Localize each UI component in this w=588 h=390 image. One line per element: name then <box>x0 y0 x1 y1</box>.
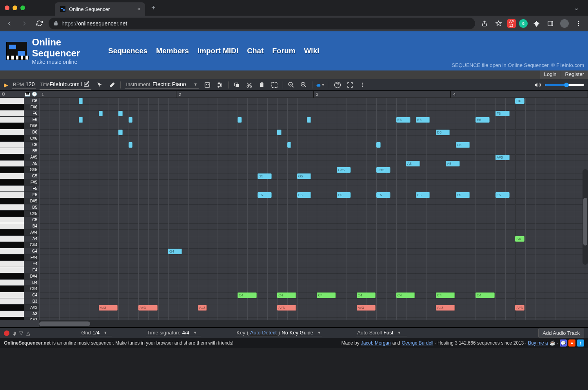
paste-icon[interactable] <box>258 81 266 89</box>
note-grid[interactable]: G5G5E5E5G#5E5G#5E5E6E6A5E5D6C6A5E5E6F6A#… <box>39 98 588 320</box>
extension-badge-2[interactable]: G <box>519 19 528 28</box>
piano-key[interactable]: B4 <box>0 223 39 229</box>
note[interactable]: E6 <box>416 117 430 123</box>
note[interactable]: G#5 <box>337 167 351 173</box>
mac-min-dot[interactable] <box>13 5 17 10</box>
note[interactable]: C4 <box>475 292 495 298</box>
nav-sequences[interactable]: Sequences <box>108 47 147 55</box>
note[interactable]: C4 <box>238 292 257 298</box>
note[interactable]: A5 <box>446 161 460 166</box>
note[interactable]: A#5 <box>495 155 510 160</box>
note[interactable] <box>129 117 133 123</box>
piano-key[interactable]: G5 <box>0 173 39 179</box>
more-icon[interactable] <box>358 81 367 89</box>
cloud-save-icon[interactable]: ▼ <box>316 81 325 89</box>
tuning-fork-icon[interactable]: ψ <box>13 330 16 336</box>
nav-chat[interactable]: Chat <box>247 47 263 55</box>
note[interactable]: E6 <box>475 117 490 123</box>
note[interactable]: C4 <box>396 292 416 298</box>
mac-close-dot[interactable] <box>5 5 9 10</box>
share-icon[interactable] <box>479 18 490 29</box>
note[interactable] <box>287 142 292 148</box>
note[interactable]: D6 <box>436 130 450 135</box>
piano-icon[interactable]: 🎹 <box>25 92 30 97</box>
note[interactable]: A#3 <box>515 305 524 311</box>
piano-key[interactable]: G4 <box>0 248 39 255</box>
note[interactable]: A5 <box>406 161 420 166</box>
note[interactable]: G5 <box>297 173 311 179</box>
nav-members[interactable]: Members <box>156 47 189 55</box>
piano-key[interactable]: G#3 <box>0 317 39 320</box>
note[interactable]: C4 <box>277 292 296 298</box>
clock-icon[interactable]: 🕑 <box>32 92 37 97</box>
extensions-icon[interactable] <box>531 18 542 29</box>
horizontal-scrollbar[interactable] <box>39 320 588 327</box>
piano-key[interactable]: F4 <box>0 261 39 267</box>
piano-key[interactable]: E6 <box>0 117 39 123</box>
fullscreen-icon[interactable] <box>346 81 354 89</box>
piano-key[interactable]: G6 <box>0 98 39 104</box>
browser-tab[interactable]: Online Sequencer × <box>55 2 145 16</box>
note[interactable] <box>118 130 123 135</box>
instrument-settings-icon[interactable] <box>203 81 212 89</box>
piano-key[interactable]: C#4 <box>0 286 39 292</box>
note[interactable]: A#3 <box>357 305 376 311</box>
piano-key[interactable]: C#6 <box>0 135 39 142</box>
site-logo[interactable] <box>6 42 27 60</box>
piano-key[interactable]: F#6 <box>0 104 39 110</box>
bookmark-icon[interactable] <box>493 18 504 29</box>
key-select[interactable]: Key (Auto Detect) No Key Guide▼ <box>236 330 322 336</box>
note[interactable]: E6 <box>396 117 410 123</box>
footer-author-2[interactable]: George Burdell <box>402 340 434 346</box>
login-link[interactable]: Login <box>540 70 561 79</box>
copy-icon[interactable] <box>232 81 241 89</box>
piano-key[interactable]: G#4 <box>0 242 39 248</box>
piano-key[interactable]: A#4 <box>0 229 39 236</box>
piano-key[interactable]: G#5 <box>0 167 39 173</box>
piano-key[interactable]: B5 <box>0 148 39 154</box>
play-button[interactable]: ▶ <box>4 82 8 88</box>
instrument-select[interactable]: Instrument Electric Piano ▼ <box>125 81 199 88</box>
note[interactable]: F6 <box>495 111 510 116</box>
piano-key[interactable]: F6 <box>0 110 39 117</box>
note[interactable]: G#5 <box>376 167 390 173</box>
autoscroll-select[interactable]: Auto ScrollFast▼ <box>356 330 407 336</box>
note[interactable] <box>99 111 103 116</box>
vertical-scrollbar[interactable] <box>583 169 588 265</box>
note[interactable] <box>129 142 133 148</box>
note[interactable]: E5 <box>297 192 311 198</box>
note[interactable]: A#3 <box>99 305 118 311</box>
title-input[interactable] <box>50 81 82 87</box>
piano-key[interactable]: A#5 <box>0 154 39 161</box>
piano-key[interactable]: D#6 <box>0 123 39 129</box>
piano-key[interactable]: D4 <box>0 280 39 286</box>
address-bar[interactable]: https://onlinesequencer.net <box>49 18 475 29</box>
discord-icon[interactable]: 💬 <box>560 339 567 347</box>
piano-key[interactable]: C4 <box>0 292 39 298</box>
time-signature-select[interactable]: Time signature4/4▼ <box>146 330 201 336</box>
note[interactable]: E5 <box>337 192 351 198</box>
filter-icon[interactable]: ▽ <box>19 330 23 336</box>
add-audio-track-button[interactable]: Add Audio Track <box>538 329 584 338</box>
note[interactable]: G5 <box>258 173 272 179</box>
note[interactable]: A#3 <box>198 305 207 311</box>
note[interactable]: C4 <box>436 292 455 298</box>
piano-key[interactable]: D#4 <box>0 273 39 280</box>
menu-icon[interactable] <box>573 18 584 29</box>
piano-key[interactable]: E5 <box>0 192 39 198</box>
volume-slider[interactable] <box>545 84 584 86</box>
reddit-icon[interactable]: ● <box>568 339 575 347</box>
note[interactable] <box>376 142 381 148</box>
grid-select[interactable]: Grid1/4▼ <box>80 330 112 336</box>
metronome-icon[interactable]: △ <box>26 330 30 336</box>
piano-key[interactable]: C5 <box>0 217 39 223</box>
piano-key[interactable]: D6 <box>0 129 39 135</box>
piano-key[interactable]: C#5 <box>0 211 39 217</box>
piano-key[interactable]: A#3 <box>0 305 39 311</box>
measure-ruler[interactable]: 1234 <box>39 91 588 98</box>
note[interactable] <box>79 117 83 123</box>
pointer-tool-icon[interactable] <box>95 81 104 89</box>
mac-max-dot[interactable] <box>20 5 25 10</box>
nav-forum[interactable]: Forum <box>272 47 295 55</box>
piano-key[interactable]: D5 <box>0 204 39 211</box>
